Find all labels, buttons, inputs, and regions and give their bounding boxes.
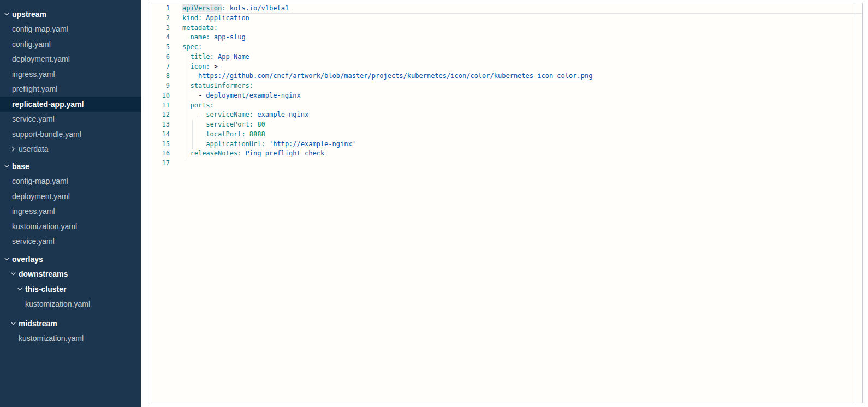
line-content: kind: Application: [182, 14, 862, 23]
code-token: servicePort:: [206, 121, 253, 128]
code-line[interactable]: 3metadata:: [151, 23, 862, 33]
code-token: -: [198, 92, 206, 99]
tree-file-kustomization-yaml[interactable]: kustomization.yaml: [0, 331, 141, 346]
tree-folder-base[interactable]: base: [0, 159, 141, 174]
code-token: example-nginx: [257, 111, 308, 118]
tree-file-config-map-yaml[interactable]: config-map.yaml: [0, 174, 141, 189]
code-line[interactable]: 2kind: Application: [151, 14, 862, 23]
code-line[interactable]: 17: [151, 159, 862, 169]
tree-item-label: ingress.yaml: [12, 70, 55, 79]
line-content: metadata:: [182, 23, 862, 33]
line-number: 12: [151, 110, 170, 120]
code-token: Ping preflight check: [246, 149, 325, 157]
line-content: localPort: 8888: [182, 130, 862, 140]
code-token: App Name: [218, 53, 249, 61]
chevron-down-icon[interactable]: [4, 165, 12, 168]
chevron-down-icon[interactable]: [11, 272, 19, 276]
code-token: [182, 53, 190, 61]
tree-item-label: ingress.yaml: [12, 207, 55, 216]
line-number: 14: [151, 130, 170, 140]
tree-folder-overlays[interactable]: overlays: [0, 252, 141, 267]
tree-item-label: service.yaml: [12, 237, 55, 246]
line-number: 15: [151, 140, 170, 149]
tree-item-label: this-cluster: [25, 285, 66, 294]
tree-file-replicated-app-yaml[interactable]: replicated-app.yaml: [0, 97, 141, 112]
tree-file-kustomization-yaml[interactable]: kustomization.yaml: [0, 219, 141, 234]
indent-guide: [185, 91, 185, 101]
code-token: kots.io/v1beta1: [230, 4, 289, 12]
line-number: 3: [151, 23, 170, 33]
line-content: applicationUrl: 'http://example-nginx': [182, 140, 862, 149]
code-line[interactable]: 14 localPort: 8888: [151, 130, 862, 140]
code-token: 8888: [249, 130, 265, 138]
indent-guide: [185, 130, 185, 140]
line-content: name: app-slug: [182, 33, 862, 43]
tree-folder-this-cluster[interactable]: this-cluster: [0, 282, 141, 297]
line-number: 17: [151, 159, 170, 169]
tree-file-config-yaml[interactable]: config.yaml: [0, 37, 141, 52]
tree-item-label: deployment.yaml: [12, 192, 70, 201]
chevron-right-icon[interactable]: [11, 147, 19, 151]
tree-file-service-yaml[interactable]: service.yaml: [0, 234, 141, 249]
line-content: releaseNotes: Ping preflight check: [182, 149, 862, 159]
tree-folder-midstream[interactable]: midstream: [0, 316, 141, 331]
code-line[interactable]: 5spec:: [151, 43, 862, 52]
tree-file-support-bundle-yaml[interactable]: support-bundle.yaml: [0, 127, 141, 142]
tree-item-label: overlays: [12, 255, 43, 264]
tree-item-label: downstreams: [19, 270, 68, 278]
code-token: >-: [214, 63, 222, 70]
code-line[interactable]: 11 ports:: [151, 101, 862, 111]
code-token: serviceName:: [206, 111, 253, 118]
tree-item-label: base: [12, 162, 29, 171]
code-token: [182, 149, 190, 157]
code-token: [182, 63, 190, 70]
line-content: - deployment/example-nginx: [182, 91, 862, 101]
indent-guide: [185, 101, 185, 111]
tree-folder-upstream[interactable]: upstream: [0, 7, 141, 22]
code-token: ports:: [190, 101, 213, 109]
tree-file-deployment-yaml[interactable]: deployment.yaml: [0, 52, 141, 67]
indent-guide: [185, 81, 185, 91]
chevron-down-icon[interactable]: [4, 13, 12, 16]
code-line[interactable]: 1apiVersion: kots.io/v1beta1: [151, 4, 862, 14]
tree-file-preflight-yaml[interactable]: preflight.yaml: [0, 82, 141, 97]
line-content: statusInformers:: [182, 81, 862, 91]
tree-file-ingress-yaml[interactable]: ingress.yaml: [0, 67, 141, 82]
url-link[interactable]: http://example-nginx: [273, 140, 352, 148]
chevron-down-icon[interactable]: [11, 322, 19, 325]
code-line[interactable]: 9 statusInformers:: [151, 81, 862, 91]
chevron-down-icon[interactable]: [17, 288, 25, 291]
code-area[interactable]: 1apiVersion: kots.io/v1beta12kind: Appli…: [151, 3, 862, 169]
line-number: 11: [151, 101, 170, 111]
tree-file-config-map-yaml[interactable]: config-map.yaml: [0, 22, 141, 37]
indent-guide: [185, 110, 185, 120]
code-line[interactable]: 16 releaseNotes: Ping preflight check: [151, 149, 862, 159]
tree-folder-downstreams[interactable]: downstreams: [0, 267, 141, 282]
code-line[interactable]: 10 - deployment/example-nginx: [151, 91, 862, 101]
chevron-down-icon[interactable]: [4, 258, 12, 261]
tree-file-kustomization-yaml[interactable]: kustomization.yaml: [0, 297, 141, 312]
tree-item-label: upstream: [12, 10, 46, 19]
yaml-editor-panel[interactable]: 1apiVersion: kots.io/v1beta12kind: Appli…: [151, 3, 863, 403]
code-line[interactable]: 6 title: App Name: [151, 52, 862, 62]
line-number: 1: [151, 4, 170, 14]
code-token: [182, 101, 190, 109]
code-token: metadata:: [182, 24, 218, 32]
code-line[interactable]: 7 icon: >-: [151, 62, 862, 72]
code-line[interactable]: 15 applicationUrl: 'http://example-nginx…: [151, 140, 862, 149]
code-line[interactable]: 4 name: app-slug: [151, 33, 862, 43]
indent-guide: [185, 62, 185, 72]
tree-file-deployment-yaml[interactable]: deployment.yaml: [0, 189, 141, 204]
url-link[interactable]: https://github.com/cncf/artwork/blob/mas…: [198, 72, 592, 80]
code-line[interactable]: 13 servicePort: 80: [151, 120, 862, 130]
tree-item-label: config-map.yaml: [12, 177, 68, 185]
code-token: localPort:: [206, 130, 245, 138]
code-token: [265, 140, 269, 148]
line-content: apiVersion: kots.io/v1beta1: [182, 4, 862, 14]
tree-folder-userdata[interactable]: userdata: [0, 142, 141, 157]
tree-file-service-yaml[interactable]: service.yaml: [0, 112, 141, 127]
tree-file-ingress-yaml[interactable]: ingress.yaml: [0, 204, 141, 219]
code-line[interactable]: 12 - serviceName: example-nginx: [151, 110, 862, 120]
code-line[interactable]: 8 https://github.com/cncf/artwork/blob/m…: [151, 71, 862, 81]
tree-item-label: deployment.yaml: [12, 55, 70, 63]
